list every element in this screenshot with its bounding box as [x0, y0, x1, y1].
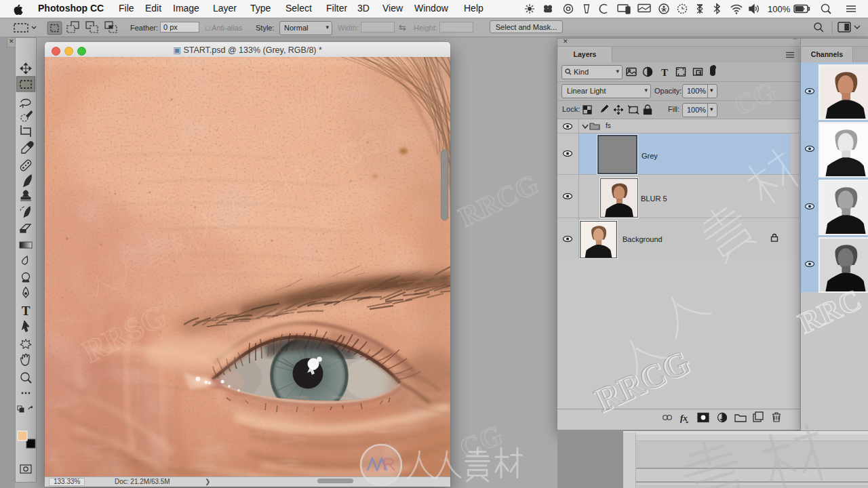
svg-text:CG: CG [455, 420, 507, 464]
svg-text:RRCG: RRCG [454, 168, 542, 233]
svg-text:fx: fx [680, 413, 688, 423]
svg-text:T: T [22, 304, 31, 318]
svg-text:T: T [661, 67, 668, 78]
svg-text:100%: 100% [768, 4, 791, 14]
